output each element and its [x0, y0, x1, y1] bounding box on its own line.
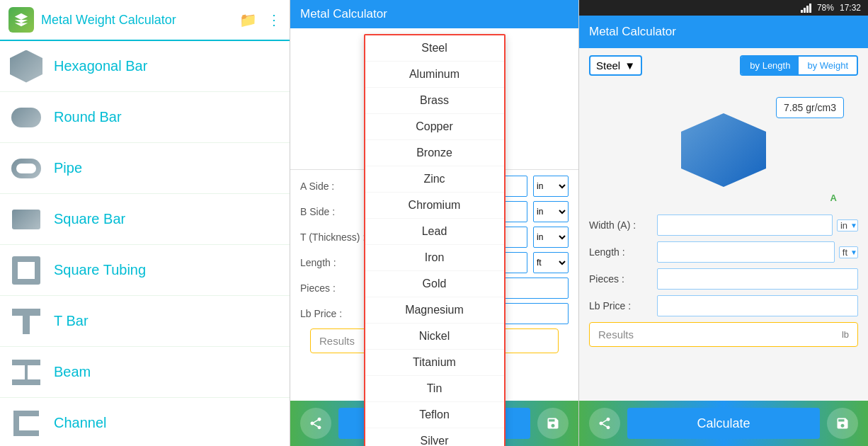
dropdown-item-titanium[interactable]: Titanium [365, 350, 504, 376]
dropdown-item-teflon[interactable]: Teflon [365, 402, 504, 428]
right-share-button[interactable] [589, 408, 620, 439]
middle-panel: Metal Calculator T A B A Side : i [290, 0, 579, 446]
right-pieces-input[interactable] [657, 268, 858, 290]
hex-visual-area: 7.85 gr/cm3 A [589, 83, 858, 210]
dropdown-item-chromium[interactable]: Chromium [365, 193, 504, 219]
round-bar-shape [11, 108, 41, 127]
metal-label: Steel [596, 59, 620, 72]
beam-shape [12, 360, 40, 385]
right-width-unit-wrapper[interactable]: in ▼ [837, 219, 858, 231]
square-tubing-icon-box [8, 253, 44, 288]
right-length-input[interactable] [657, 241, 835, 263]
battery-icon: 78% [817, 3, 834, 13]
square-bar-shape [12, 210, 40, 229]
square-bar-icon-box [8, 202, 44, 237]
right-bottom-bar: Calculate [579, 401, 868, 446]
dropdown-item-bronze[interactable]: Bronze [365, 140, 504, 166]
by-length-btn[interactable]: by Length [741, 57, 799, 74]
menu-item-pipe[interactable]: Pipe [0, 143, 290, 194]
right-length-unit-arrow[interactable]: ▼ [850, 248, 857, 256]
right-field-row-length: Length : ft ▼ [589, 241, 858, 263]
hexagonal-bar-label: Hexagonal Bar [54, 58, 147, 74]
menu-list: Hexagonal Bar Round Bar Pipe Square Bar [0, 41, 290, 446]
metal-dropdown[interactable]: Steel ▼ [589, 55, 642, 76]
right-lb-price-input[interactable] [657, 295, 858, 316]
beam-mid [25, 365, 28, 379]
menu-item-square-bar[interactable]: Square Bar [0, 194, 290, 245]
dropdown-item-lead[interactable]: Lead [365, 219, 504, 245]
density-display: 7.85 gr/cm3 [776, 97, 844, 118]
right-width-unit: in [838, 220, 850, 231]
right-length-unit-wrapper[interactable]: ft ▼ [839, 246, 858, 258]
app-icon [8, 7, 34, 33]
dropdown-item-nickel[interactable]: Nickel [365, 324, 504, 350]
right-field-row-width: Width (A) : in ▼ [589, 215, 858, 236]
dim-a-right-label: A [830, 193, 837, 203]
status-bar: 78% 17:32 [579, 0, 868, 16]
menu-item-round-bar[interactable]: Round Bar [0, 92, 290, 143]
right-width-input[interactable] [657, 215, 833, 236]
top-controls: Steel ▼ by Length by Weight [589, 55, 858, 76]
menu-item-t-bar[interactable]: T Bar [0, 296, 290, 347]
right-fields: Width (A) : in ▼ Length : ft ▼ Pieces : [589, 215, 858, 353]
beam-label: Beam [54, 364, 91, 380]
by-weight-btn[interactable]: by Weight [799, 57, 857, 74]
right-calc-area: Steel ▼ by Length by Weight 7.85 gr/cm3 … [579, 48, 868, 401]
right-field-row-pieces: Pieces : [589, 268, 858, 290]
right-width-unit-arrow[interactable]: ▼ [850, 222, 857, 229]
round-bar-label: Round Bar [54, 109, 122, 125]
square-tubing-shape [12, 256, 40, 285]
pipe-icon-box [8, 151, 44, 186]
right-results-bar: Results lb [589, 322, 858, 347]
right-panel: 78% 17:32 Metal Calculator Steel ▼ by Le… [579, 0, 868, 446]
folder-icon[interactable]: 📁 [239, 11, 257, 28]
dropdown-item-tin[interactable]: Tin [365, 376, 504, 402]
menu-item-channel[interactable]: Channel [0, 398, 290, 446]
channel-label: Channel [54, 415, 107, 431]
left-header: Metal Weight Calculator 📁 ⋮ [0, 0, 290, 41]
square-bar-label: Square Bar [54, 211, 125, 227]
right-results-unit: lb [842, 329, 849, 340]
header-left: Metal Weight Calculator [8, 7, 176, 33]
pipe-label: Pipe [54, 160, 82, 176]
dropdown-item-gold[interactable]: Gold [365, 271, 504, 297]
right-field-row-lb-price: Lb Price : [589, 295, 858, 316]
pipe-shape [11, 159, 41, 178]
more-icon[interactable]: ⋮ [267, 11, 281, 28]
menu-item-square-tubing[interactable]: Square Tubing [0, 245, 290, 296]
hex-shape-right [681, 113, 766, 187]
dropdown-overlay: SteelAluminumBrassCopperBronzeZincChromi… [290, 0, 578, 446]
t-bar-shape [12, 309, 40, 334]
dropdown-item-copper[interactable]: Copper [365, 114, 504, 140]
right-save-button[interactable] [827, 408, 858, 439]
square-tubing-label: Square Tubing [54, 262, 146, 278]
app-title: Metal Weight Calculator [41, 13, 176, 28]
dropdown-arrow-icon: ▼ [624, 59, 635, 72]
right-width-label: Width (A) : [589, 219, 653, 231]
dropdown-item-iron[interactable]: Iron [365, 245, 504, 271]
right-pieces-label: Pieces : [589, 273, 653, 285]
dropdown-item-aluminum[interactable]: Aluminum [365, 62, 504, 88]
dropdown-item-zinc[interactable]: Zinc [365, 166, 504, 193]
time-display: 17:32 [840, 3, 861, 13]
right-length-unit: ft [840, 247, 850, 258]
right-lb-price-label: Lb Price : [589, 300, 653, 311]
channel-shape [13, 411, 39, 436]
beam-bot [12, 379, 40, 385]
right-header: Metal Calculator [579, 16, 868, 48]
header-actions: 📁 ⋮ [239, 11, 281, 28]
right-calculate-button[interactable]: Calculate [627, 408, 820, 439]
material-dropdown-list: SteelAluminumBrassCopperBronzeZincChromi… [364, 34, 506, 446]
right-length-label: Length : [589, 246, 653, 258]
menu-item-beam[interactable]: Beam [0, 347, 290, 398]
dropdown-item-magnesium[interactable]: Magnesium [365, 297, 504, 324]
right-results-label: Results [598, 328, 634, 341]
dropdown-item-silver[interactable]: Silver [365, 428, 504, 446]
channel-icon-box [8, 406, 44, 441]
hexagonal-bar-icon-box [8, 49, 44, 84]
menu-item-hexagonal-bar[interactable]: Hexagonal Bar [0, 41, 290, 92]
beam-icon-box [8, 355, 44, 390]
hex-shape [10, 50, 42, 83]
dropdown-item-brass[interactable]: Brass [365, 88, 504, 114]
dropdown-item-steel[interactable]: Steel [365, 35, 504, 62]
